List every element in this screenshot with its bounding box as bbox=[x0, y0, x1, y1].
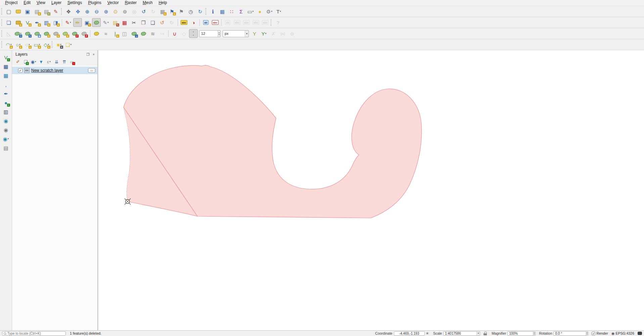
snapping-tolerance[interactable]: 12▴▾ bbox=[199, 30, 221, 37]
new-geopackage-layer-button[interactable]: ★ bbox=[14, 18, 22, 27]
toolbar-grip[interactable] bbox=[271, 19, 272, 26]
add-vector-layer-button[interactable]: V+ bbox=[2, 53, 10, 62]
save-layer-edits-button[interactable]: ▣✎ bbox=[83, 18, 91, 27]
enable-tracing-button[interactable]: Y bbox=[250, 29, 259, 38]
render-checkbox[interactable]: ✓ bbox=[592, 332, 595, 335]
layer-row-new-scratch-layer[interactable]: ✓ ✏ New scratch layer ▭ bbox=[12, 67, 97, 74]
menu-vector[interactable]: Vector bbox=[104, 0, 122, 6]
add-mesh-layer-button[interactable]: ▦ bbox=[2, 71, 10, 80]
add-xyz-layer-button[interactable]: ◉ bbox=[2, 125, 10, 134]
float-panel-button[interactable]: ❐ bbox=[86, 52, 90, 57]
circle-from-center-button[interactable]: ○★▾ bbox=[14, 40, 22, 49]
layer-visibility-checkbox[interactable]: ✓ bbox=[18, 68, 22, 73]
locator-input[interactable] bbox=[7, 332, 64, 335]
collapse-all-button[interactable]: ⇈ bbox=[61, 58, 68, 65]
vertex-tool-dropdown-arrow[interactable]: ▾ bbox=[107, 21, 109, 24]
toolbar-grip[interactable] bbox=[61, 8, 62, 15]
filter-legend-button[interactable]: ▼ bbox=[38, 58, 45, 65]
new-spatial-bookmark-button[interactable]: ⚑★ bbox=[168, 7, 176, 16]
close-panel-button[interactable]: × bbox=[91, 52, 96, 57]
toolbar-grip[interactable] bbox=[1, 19, 3, 26]
menu-layer[interactable]: Layer bbox=[48, 0, 64, 6]
menu-edit[interactable]: Edit bbox=[20, 0, 34, 6]
rectangle-from-extent-button[interactable]: ▭★▾ bbox=[33, 40, 41, 49]
open-project-button[interactable] bbox=[14, 7, 22, 16]
add-wcs-layer-dropdown-arrow[interactable]: ▾ bbox=[8, 137, 9, 140]
add-delimited-text-layer-button[interactable]: , bbox=[2, 80, 10, 89]
delete-selected-button[interactable]: ▦ bbox=[120, 18, 129, 27]
refresh-map-button[interactable]: ↻ bbox=[196, 7, 204, 16]
add-spatialite-layer-button[interactable]: ✒ bbox=[2, 89, 10, 98]
snapping-units[interactable]: px▾ bbox=[223, 30, 249, 37]
new-project-button[interactable]: ▢ bbox=[4, 7, 13, 16]
run-feature-action-dropdown-arrow[interactable]: ▾ bbox=[271, 10, 272, 13]
scale-dropdown-arrow[interactable]: ▾ bbox=[476, 332, 480, 335]
move-feature-button[interactable]: ➜▾ bbox=[14, 29, 22, 38]
menu-help[interactable]: Help bbox=[155, 0, 170, 6]
layer-diagram-options-button[interactable]: ◑ bbox=[189, 18, 198, 27]
coordinate-field[interactable] bbox=[394, 331, 425, 336]
vertex-tool-button[interactable]: ✎▾ bbox=[101, 18, 110, 27]
add-virtual-layer-button[interactable]: ▥ bbox=[2, 107, 10, 116]
show-layout-manager-button[interactable]: ▤✦ bbox=[42, 7, 51, 16]
snapping-tolerance-spin-arrows[interactable]: ▴▾ bbox=[218, 31, 220, 37]
current-edits-button[interactable]: ✎▾ bbox=[64, 18, 73, 27]
style-manager-button[interactable]: ✎ bbox=[51, 7, 60, 16]
paste-features-button[interactable]: ❑ bbox=[148, 18, 157, 27]
locator-box[interactable] bbox=[2, 331, 66, 336]
split-parts-button[interactable]: ◫ bbox=[120, 29, 129, 38]
toolbar-grip[interactable] bbox=[205, 8, 207, 15]
remove-layer-group-button[interactable]: ▭− bbox=[68, 58, 76, 65]
toolbar-grip[interactable] bbox=[1, 8, 3, 15]
enable-snapping-button[interactable]: ∪ bbox=[170, 29, 179, 38]
copy-features-button[interactable]: ❐ bbox=[139, 18, 148, 27]
zoom-out-button[interactable]: ⊖ bbox=[92, 7, 101, 16]
filter-legend-by-expression-button[interactable]: ε▾ bbox=[45, 58, 52, 65]
add-polygon-feature-button[interactable] bbox=[92, 18, 101, 27]
add-wcs-layer-button[interactable]: ◉▾ bbox=[2, 134, 10, 143]
measure-line-dropdown-arrow[interactable]: ▾ bbox=[252, 10, 254, 13]
save-project-button[interactable]: ▣ bbox=[23, 7, 32, 16]
tracing-settings-button[interactable]: Y▾ bbox=[260, 29, 268, 38]
layer-labeling-options-button[interactable]: abc bbox=[180, 18, 188, 27]
simplify-feature-button[interactable]: ◆ bbox=[33, 29, 41, 38]
add-postgis-layer-button[interactable]: ●+ bbox=[2, 98, 10, 107]
delete-part-button[interactable]: ✗ bbox=[80, 29, 88, 38]
pan-map-button[interactable]: ✥ bbox=[64, 7, 73, 16]
run-feature-action-button[interactable]: ⚙▾ bbox=[265, 7, 274, 16]
cut-features-button[interactable]: ✂ bbox=[130, 18, 138, 27]
pan-map-to-selection-button[interactable]: ✥ bbox=[74, 7, 82, 16]
scale-combo[interactable]: 1:4017586 ▾ bbox=[443, 331, 480, 336]
zoom-in-button[interactable]: ⊕ bbox=[83, 7, 92, 16]
measure-line-button[interactable]: ▭▾ bbox=[246, 7, 255, 16]
toggle-unplaced-labels-button[interactable]: abc bbox=[211, 18, 220, 27]
text-annotation-button[interactable]: T▾ bbox=[274, 7, 283, 16]
field-calculator-button[interactable]: ∷ bbox=[227, 7, 236, 16]
lock-scale-icon[interactable] bbox=[484, 332, 487, 335]
add-group-button[interactable]: ❏+ bbox=[22, 58, 29, 65]
offset-curve-button[interactable] bbox=[92, 29, 101, 38]
magnifier-spinbox[interactable]: 100% ▴▾ bbox=[507, 331, 536, 336]
new-print-layout-button[interactable]: ▤★ bbox=[33, 7, 41, 16]
menu-settings[interactable]: Settings bbox=[64, 0, 85, 6]
rotate-point-symbols-button[interactable]: ≋ bbox=[148, 29, 157, 38]
snapping-units-dropdown-arrow[interactable]: ▾ bbox=[245, 31, 248, 37]
zoom-to-layer-button[interactable]: ⊚ bbox=[121, 7, 129, 16]
menu-raster[interactable]: Raster bbox=[122, 0, 140, 6]
select-features-by-value-dropdown-arrow[interactable]: ▾ bbox=[70, 43, 72, 46]
filter-legend-by-expression-dropdown-arrow[interactable]: ▾ bbox=[49, 60, 51, 63]
new-map-view-button[interactable]: ▦★ bbox=[158, 7, 167, 16]
map-tips-button[interactable]: ● bbox=[256, 7, 264, 16]
select-features-by-value-button[interactable]: ❏▾ bbox=[64, 40, 73, 49]
snapping-options-button[interactable]: ⁚ bbox=[189, 29, 198, 38]
toolbar-grip[interactable] bbox=[1, 30, 3, 37]
reshape-features-button[interactable]: ≈ bbox=[101, 29, 110, 38]
map-canvas[interactable] bbox=[98, 50, 644, 330]
zoom-last-button[interactable]: ↺ bbox=[139, 7, 148, 16]
toolbar-grip[interactable] bbox=[52, 41, 53, 48]
show-spatial-bookmarks-button[interactable]: ⚑ bbox=[177, 7, 186, 16]
add-part-button[interactable]: ★ bbox=[51, 29, 60, 38]
add-raster-layer-button[interactable]: ▦ bbox=[2, 62, 10, 71]
split-features-button[interactable]: |★ bbox=[111, 29, 120, 38]
highlight-pinned-labels-button[interactable]: ab bbox=[201, 18, 210, 27]
